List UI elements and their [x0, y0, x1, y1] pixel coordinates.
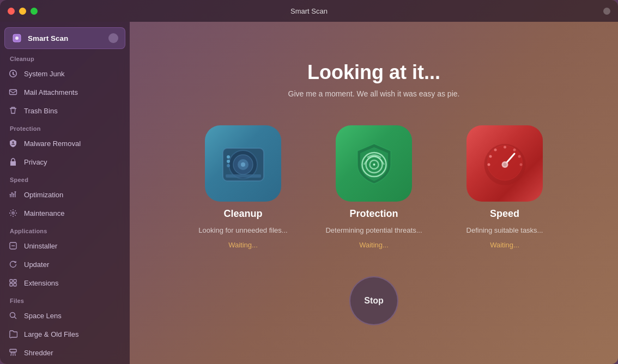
sidebar-item-shredder[interactable]: Shredder [0, 343, 130, 362]
scan-cards: Cleanup Looking for unneeded files... Wa… [194, 125, 554, 249]
svg-rect-20 [10, 349, 16, 352]
scan-card-protection: Protection Determining potential threats… [325, 125, 423, 249]
privacy-label: Privacy [24, 158, 47, 166]
svg-point-29 [227, 155, 230, 159]
updater-icon [8, 259, 19, 270]
window-title: Smart Scan [290, 7, 328, 15]
cleanup-card-status: Looking for unneeded files... [198, 226, 287, 234]
speed-card-title: Speed [490, 208, 519, 220]
protection-card-waiting: Waiting... [359, 241, 389, 249]
section-label-files: Files [0, 292, 130, 306]
svg-rect-17 [14, 283, 16, 286]
svg-point-44 [518, 155, 520, 158]
window-controls [8, 8, 38, 15]
malware-removal-label: Malware Removal [24, 139, 81, 148]
svg-rect-15 [14, 280, 16, 282]
cleanup-card-waiting: Waiting... [228, 241, 258, 249]
protection-card-title: Protection [349, 208, 398, 220]
smart-scan-label: Smart Scan [28, 34, 103, 43]
mail-attachments-icon [8, 87, 19, 98]
uninstaller-label: Uninstaller [24, 242, 57, 250]
speed-card-waiting: Waiting... [490, 241, 519, 249]
sidebar: Smart Scan Cleanup System Junk [0, 22, 130, 364]
main-subtext: Give me a moment. We all wish it was eas… [288, 89, 460, 98]
section-label-cleanup: Cleanup [0, 50, 130, 64]
svg-point-18 [10, 313, 15, 318]
svg-point-28 [241, 162, 245, 167]
svg-point-36 [373, 163, 375, 166]
app-window: Smart Scan Smart Scan Cleanup [0, 0, 618, 364]
extensions-label: Extensions [24, 279, 59, 287]
section-label-applications: Applications [0, 222, 130, 236]
svg-line-23 [15, 352, 15, 356]
stop-button[interactable]: Stop [349, 276, 398, 325]
sidebar-item-space-lens[interactable]: Space Lens [0, 306, 130, 325]
extensions-icon [8, 277, 19, 288]
trash-bins-label: Trash Bins [24, 107, 58, 115]
smart-scan-badge [108, 33, 118, 43]
section-label-speed: Speed [0, 171, 130, 185]
close-button[interactable] [8, 8, 15, 15]
sidebar-item-updater[interactable]: Updater [0, 255, 130, 274]
svg-point-48 [503, 163, 506, 166]
space-lens-icon [8, 310, 19, 321]
large-old-files-icon [8, 329, 19, 339]
system-junk-icon [8, 68, 19, 79]
main-panel: Looking at it... Give me a moment. We al… [130, 22, 618, 364]
trash-bins-icon [8, 105, 19, 116]
sidebar-item-smart-scan[interactable]: Smart Scan [4, 27, 125, 49]
maintenance-icon [8, 208, 19, 219]
scan-card-speed: Speed Defining suitable tasks... Waiting… [456, 125, 554, 249]
svg-point-31 [227, 164, 230, 167]
protection-card-status: Determining potential threats... [325, 226, 422, 234]
svg-point-43 [513, 149, 516, 151]
sidebar-item-trash-bins[interactable]: Trash Bins [0, 101, 130, 120]
svg-point-11 [12, 212, 14, 214]
maximize-button[interactable] [31, 8, 38, 15]
svg-point-40 [489, 155, 492, 158]
shredder-label: Shredder [24, 349, 53, 357]
sidebar-item-privacy[interactable]: Privacy [0, 153, 130, 171]
title-bar-dot [603, 8, 610, 15]
scan-card-cleanup: Cleanup Looking for unneeded files... Wa… [194, 125, 292, 249]
svg-point-41 [494, 149, 496, 151]
speed-card-icon [466, 125, 543, 202]
svg-rect-32 [226, 174, 261, 178]
space-lens-label: Space Lens [24, 312, 62, 320]
section-label-protection: Protection [0, 120, 130, 134]
svg-line-19 [15, 317, 17, 319]
svg-point-42 [504, 146, 506, 149]
sidebar-item-system-junk[interactable]: System Junk [0, 64, 130, 83]
sidebar-item-maintenance[interactable]: Maintenance [0, 204, 130, 222]
sidebar-item-large-old-files[interactable]: Large & Old Files [0, 325, 130, 343]
optimization-icon [8, 189, 19, 200]
svg-rect-16 [10, 283, 13, 286]
smart-scan-icon [11, 33, 22, 44]
large-old-files-label: Large & Old Files [24, 330, 78, 338]
sidebar-item-extensions[interactable]: Extensions [0, 274, 130, 292]
minimize-button[interactable] [19, 8, 26, 15]
main-heading: Looking at it... [307, 61, 440, 84]
sidebar-item-uninstaller[interactable]: Uninstaller [0, 236, 130, 255]
svg-rect-2 [10, 90, 17, 95]
optimization-label: Optimization [24, 191, 63, 199]
mail-attachments-label: Mail Attachments [24, 88, 78, 96]
svg-point-45 [519, 163, 522, 166]
sidebar-item-optimization[interactable]: Optimization [0, 185, 130, 204]
main-content: Smart Scan Cleanup System Junk [0, 22, 618, 364]
sidebar-item-mail-attachments[interactable]: Mail Attachments [0, 83, 130, 101]
speed-card-status: Defining suitable tasks... [466, 226, 543, 234]
cleanup-card-icon [205, 125, 281, 202]
svg-point-39 [487, 163, 490, 166]
protection-card-icon [336, 125, 412, 202]
svg-point-30 [227, 160, 230, 163]
cleanup-card-title: Cleanup [223, 208, 262, 220]
system-junk-label: System Junk [24, 70, 64, 78]
sidebar-item-malware-removal[interactable]: Malware Removal [0, 134, 130, 153]
svg-point-1 [15, 37, 19, 40]
title-bar: Smart Scan [0, 0, 618, 22]
svg-rect-14 [10, 280, 13, 282]
malware-removal-icon [8, 138, 19, 149]
privacy-icon [8, 156, 19, 167]
shredder-icon [8, 347, 19, 358]
